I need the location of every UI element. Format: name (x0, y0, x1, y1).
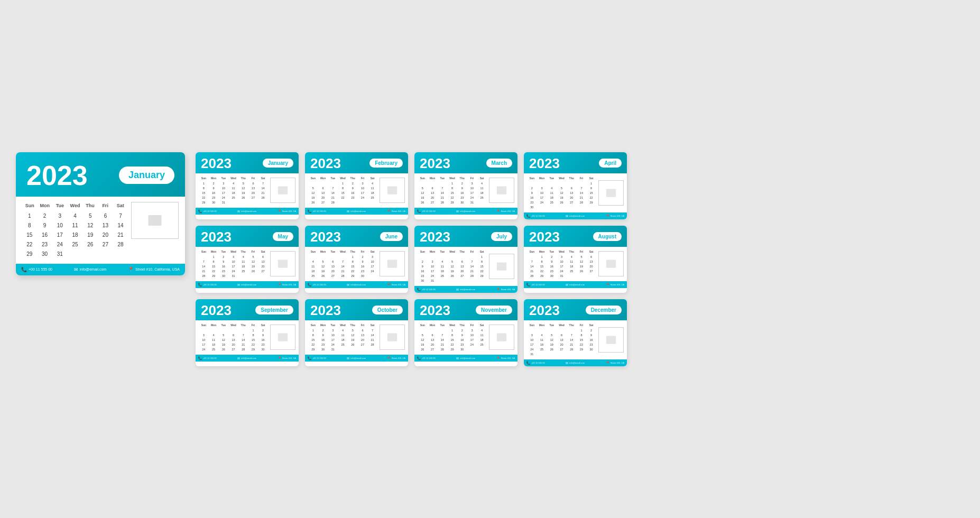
small-calendars-grid: 2023 January SunMonTueWedThuFriSat 12345… (196, 152, 964, 366)
small-nov-header: 2023 November (414, 299, 517, 320)
small-sep-photo (270, 325, 295, 350)
cal-small-july: 2023 July SunMonTueWedThuFriSat ......1 … (414, 226, 517, 293)
day-3: 3 (52, 211, 67, 220)
cal-small-october: 2023 October SunMonTueWedThuFriSat 12345… (305, 299, 408, 366)
address-icon: 📍 (278, 356, 281, 360)
small-feb-footer: 📞+00 11 555 00 ✉info@email.com 📍Street #… (305, 208, 408, 215)
email-icon: ✉ (237, 209, 240, 213)
footer-phone: 📞 +00 11 555 00 (21, 267, 52, 272)
small-jan-body: SunMonTueWedThuFriSat 1234567 8910111213… (196, 173, 299, 208)
phone-icon: 📞 (308, 356, 311, 360)
email-icon: ✉ (237, 283, 240, 286)
small-mar-cal: SunMonTueWedThuFriSat ...1234 567891011 … (418, 176, 487, 205)
small-jun-photo (380, 251, 405, 276)
large-header: 2023 January (16, 152, 185, 197)
footer-address-text: Street #10, California, USA (135, 267, 180, 271)
cal-small-march: 2023 March SunMonTueWedThuFriSat ...1234… (414, 152, 517, 219)
phone-icon: 📞 (417, 356, 421, 360)
cal-small-june: 2023 June SunMonTueWedThuFriSat ....123 … (305, 226, 408, 293)
day-11: 11 (68, 221, 82, 230)
small-jan-header: 2023 January (196, 152, 299, 173)
dh-fri: Fri (98, 202, 113, 209)
small-mar-days: ...1234 567891011 12131415161718 1920212… (418, 181, 487, 205)
small-mar-header: 2023 March (414, 152, 517, 173)
day-21: 21 (113, 230, 128, 239)
small-may-footer: 📞+00 11 555 00 ✉info@email.com 📍Street #… (196, 281, 299, 288)
small-jan-month: January (263, 159, 293, 168)
small-oct-header: 2023 October (305, 299, 408, 320)
address-icon: 📍 (278, 283, 281, 286)
day-10: 10 (52, 221, 67, 230)
small-jun-days: ....123 45678910 11121314151617 18192021… (308, 255, 377, 279)
day-4: 4 (68, 211, 82, 220)
row-1: 2023 January SunMonTueWedThuFriSat 12345… (196, 152, 964, 219)
svg-point-7 (501, 188, 503, 191)
address-icon: 📍 (496, 356, 500, 360)
small-aug-days: .123456 78910111213 14151617181920 21222… (527, 255, 596, 279)
address-icon: 📍 (387, 209, 391, 213)
small-jul-body: SunMonTueWedThuFriSat ......1 2345678 91… (414, 247, 517, 286)
small-aug-photo (598, 251, 624, 276)
cal-small-february: 2023 February SunMonTueWedThuFriSat ...1… (305, 152, 408, 219)
small-oct-body: SunMonTueWedThuFriSat 1234567 8910111213… (305, 320, 408, 355)
small-aug-year: 2023 (529, 230, 560, 244)
small-dec-footer: 📞+00 11 555 00 ✉info@email.com 📍Street #… (524, 359, 627, 366)
small-aug-body: SunMonTueWedThuFriSat .123456 7891011121… (524, 247, 627, 281)
small-sep-footer: 📞+00 11 555 00 ✉info@email.com 📍Street #… (196, 355, 299, 362)
small-may-photo (270, 251, 295, 276)
cal-small-september: 2023 September SunMonTueWedThuFriSat ...… (196, 299, 299, 366)
email-icon: ✉ (456, 356, 459, 360)
day-1: 1 (22, 211, 37, 220)
small-may-year: 2023 (201, 230, 232, 244)
small-mar-dh: SunMonTueWedThuFriSat (418, 176, 487, 180)
small-jul-cal: SunMonTueWedThuFriSat ......1 2345678 91… (418, 249, 487, 283)
small-sep-header: 2023 September (196, 299, 299, 320)
small-oct-month: October (372, 306, 403, 314)
day-15: 15 (22, 230, 37, 239)
small-jan-year: 2023 (201, 156, 232, 170)
small-oct-dh: SunMonTueWedThuFriSat (308, 323, 377, 327)
phone-icon: 📞 (198, 283, 202, 286)
small-jul-dh: SunMonTueWedThuFriSat (418, 249, 487, 254)
cal-small-august: 2023 August SunMonTueWedThuFriSat .12345… (524, 226, 627, 293)
large-day-headers: Sun Mon Tue Wed Thu Fri Sat (22, 202, 128, 209)
small-jun-dh: SunMonTueWedThuFriSat (308, 249, 377, 254)
day-8: 8 (22, 221, 37, 230)
small-apr-photo (598, 180, 624, 206)
small-mar-year: 2023 (420, 156, 450, 170)
small-jan-days: 1234567 891011121314 15161718192021 2223… (199, 181, 268, 205)
small-nov-dh: SunMonTueWedThuFriSat (418, 323, 487, 327)
day-20: 20 (98, 230, 113, 239)
small-feb-photo (380, 178, 405, 203)
large-calendar-section: 2023 January Sun Mon Tue Wed Thu Fri Sat… (16, 152, 185, 275)
svg-point-19 (282, 335, 284, 338)
day-16: 16 (38, 230, 52, 239)
small-jun-header: 2023 June (305, 226, 408, 247)
small-apr-header: 2023 April (524, 152, 627, 173)
small-apr-body: SunMonTueWedThuFriSat ......1 2345678 91… (524, 173, 627, 212)
address-icon: 📍 (606, 283, 609, 286)
small-aug-dh: SunMonTueWedThuFriSat (527, 249, 596, 254)
svg-point-17 (610, 262, 613, 264)
email-icon: ✉ (456, 209, 459, 213)
small-may-cal: SunMonTueWedThuFriSat .123456 7891011121… (199, 249, 268, 279)
email-icon: ✉ (456, 288, 459, 291)
large-footer: 📞 +00 11 555 00 ✉ info@email.com 📍 Stree… (16, 264, 185, 275)
small-dec-month: December (586, 306, 622, 314)
address-icon: 📍 (387, 283, 391, 286)
small-jul-days: ......1 2345678 9101112131415 1617181920… (418, 255, 487, 283)
small-mar-footer: 📞+00 11 555 00 ✉info@email.com 📍Street #… (414, 208, 517, 215)
svg-point-21 (391, 335, 394, 338)
small-dec-dh: SunMonTueWedThuFriSat (527, 323, 596, 327)
small-sep-cal: SunMonTueWedThuFriSat .....12 3456789 10… (199, 323, 268, 352)
small-nov-body: SunMonTueWedThuFriSat ...1234 567891011 … (414, 320, 517, 355)
dh-sun: Sun (22, 202, 38, 209)
address-icon: 📍 (606, 214, 609, 218)
small-feb-body: SunMonTueWedThuFriSat ...1234 567891011 … (305, 173, 408, 208)
address-icon: 📍 (387, 356, 391, 360)
day-26: 26 (83, 240, 98, 249)
day-24: 24 (52, 240, 67, 249)
day-30: 30 (38, 249, 52, 258)
phone-icon: 📞 (198, 356, 202, 360)
page-wrapper: 2023 January Sun Mon Tue Wed Thu Fri Sat… (16, 152, 964, 366)
